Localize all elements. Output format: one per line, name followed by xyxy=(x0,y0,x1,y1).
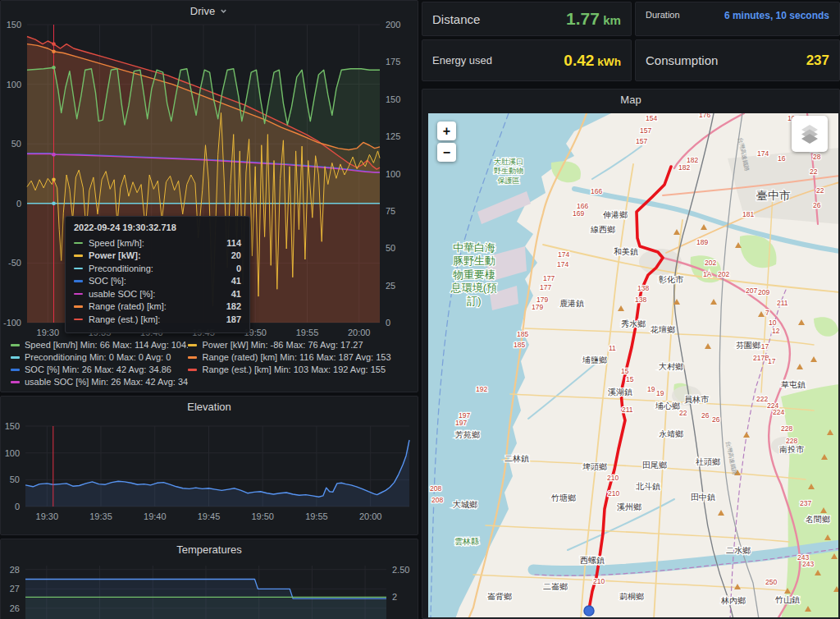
place-label: 西螺鎮 xyxy=(580,556,605,565)
panel-map-header[interactable]: Map xyxy=(422,89,839,109)
drive-chart[interactable]: -100-50050100150025507510012515017520019… xyxy=(1,1,418,392)
map-zoom-out-button[interactable]: − xyxy=(437,143,456,162)
cursor-point-speed xyxy=(52,66,56,70)
panel-map-title[interactable]: Map xyxy=(620,94,641,106)
panel-elevation-title[interactable]: Elevation xyxy=(187,401,231,413)
road-number-label: 177 xyxy=(540,283,551,291)
map-svg[interactable]: 1541571571761681821821741626282222261811… xyxy=(428,113,838,617)
road-number-label: 10 xyxy=(769,319,777,327)
road-number-label: 211 xyxy=(777,299,788,307)
road-number-label: 182 xyxy=(678,163,690,172)
legend-item[interactable]: Range (rated) [km] Min: 116 Max: 187 Avg… xyxy=(188,351,414,364)
road-number-label: 28 xyxy=(813,153,821,161)
stat-duration-value: 6 minutes, 10 seconds xyxy=(724,10,829,21)
legend-item[interactable]: Preconditioning Min: 0 Max: 0 Avg: 0 xyxy=(11,351,188,364)
road-number-label: 228 xyxy=(786,437,797,445)
place-label: 社頭鄉 xyxy=(696,457,720,466)
legend-item[interactable]: Power [kW] Min: -86 Max: 76 Avg: 17.27 xyxy=(188,339,414,351)
protected-area-label: 大肚溪口野生動物保護區 xyxy=(494,158,523,185)
road-number-label: 250 xyxy=(765,578,777,586)
svg-text:150: 150 xyxy=(5,421,20,431)
svg-text:26: 26 xyxy=(10,603,20,613)
place-label: 大城鄉 xyxy=(453,500,477,509)
place-label: 和美鎮 xyxy=(614,247,638,256)
tooltip-row: SOC [%]:41 xyxy=(74,275,241,288)
place-label: 二林鎮 xyxy=(504,454,529,463)
road-number-label: 16 xyxy=(778,154,786,163)
svg-text:50: 50 xyxy=(386,243,395,253)
panel-elevation-header[interactable]: Elevation xyxy=(1,397,418,416)
road-number-label: 207 xyxy=(746,287,757,295)
svg-text:19:45: 19:45 xyxy=(198,511,221,521)
place-label: 二水鄉 xyxy=(726,546,751,555)
drive-legend: Speed [km/h] Min: 66 Max: 114 Avg: 104.0… xyxy=(11,339,414,388)
svg-text:19:30: 19:30 xyxy=(37,328,60,337)
svg-text:-100: -100 xyxy=(3,318,21,328)
road-number-label: 1A xyxy=(703,270,712,278)
series-swatch xyxy=(74,242,83,245)
place-label: 莿桐鄉 xyxy=(619,592,644,601)
cursor-point-range-rated xyxy=(52,49,56,53)
svg-text:27: 27 xyxy=(10,584,20,594)
place-label: 田尾鄉 xyxy=(642,461,667,470)
svg-text:-50: -50 xyxy=(8,258,21,268)
cursor-point-power xyxy=(52,178,56,182)
map-canvas[interactable]: 1541571571761681821821741626282222261811… xyxy=(428,113,838,617)
road-number-label: 197 xyxy=(455,419,467,427)
road-number-label: 210 xyxy=(608,489,619,497)
place-label: 崙背鄉 xyxy=(487,592,512,601)
svg-text:175: 175 xyxy=(386,57,400,66)
panel-drive-title[interactable]: Drive xyxy=(190,5,215,17)
road-number-label: 26 xyxy=(712,415,720,424)
place-label: 芳苑鄉 xyxy=(454,430,480,439)
stat-consumption-value: 237 xyxy=(806,53,829,69)
elevation-chart[interactable]: 05010015019:3019:3519:4019:4519:5019:552… xyxy=(1,397,418,534)
stat-panel-distance: Distance 1.77 km xyxy=(422,2,632,36)
road-number-label: 138 xyxy=(637,284,649,292)
svg-text:28: 28 xyxy=(10,565,20,575)
place-label: 南投市 xyxy=(779,445,805,454)
legend-item[interactable]: Speed [km/h] Min: 66 Max: 114 Avg: 104.0… xyxy=(11,339,188,351)
map-zoom-in-button[interactable]: + xyxy=(437,122,456,140)
place-label: 伸港鄉 xyxy=(603,210,628,219)
road-number-label: 19 xyxy=(647,385,655,393)
svg-text:19:50: 19:50 xyxy=(251,511,274,521)
legend-item[interactable]: usable SOC [%] Min: 26 Max: 42 Avg: 34.7… xyxy=(11,376,188,388)
road-number-label: 138 xyxy=(635,296,646,304)
place-label: 埤頭鄉 xyxy=(582,462,607,471)
panel-temperatures: Temperatures 26272822.50 xyxy=(0,539,418,619)
legend-item[interactable]: Range (est.) [km] Min: 103 Max: 192 Avg:… xyxy=(188,364,414,376)
svg-text:0: 0 xyxy=(15,502,20,511)
legend-swatch xyxy=(11,344,20,346)
road-number-label: 11 xyxy=(609,344,616,352)
place-label: 彰化市 xyxy=(658,275,684,284)
tooltip-row: Speed [km/h]:114 xyxy=(74,236,241,250)
svg-text:150: 150 xyxy=(386,94,400,104)
map-layers-button[interactable] xyxy=(792,116,828,152)
stat-consumption-label: Consumption xyxy=(646,53,718,67)
road-number-label: 157 xyxy=(640,126,651,135)
road-number-label: 174 xyxy=(757,149,769,158)
layers-icon xyxy=(797,122,822,146)
legend-item[interactable]: SOC [%] Min: 26 Max: 42 Avg: 34.86 xyxy=(11,364,188,376)
road-number-label: 17 xyxy=(768,357,776,365)
place-label: 員林市 xyxy=(684,395,710,404)
road-number-label: 228 xyxy=(781,424,792,433)
road-number-label: 211 xyxy=(622,406,633,414)
road-number-label: 15 xyxy=(621,367,629,375)
road-number-label: 19 xyxy=(656,389,664,397)
panel-temperatures-title[interactable]: Temperatures xyxy=(176,543,241,556)
svg-text:20:00: 20:00 xyxy=(359,511,382,521)
legend-swatch xyxy=(188,356,197,359)
place-label: 線西鄉 xyxy=(590,225,615,234)
svg-text:20:00: 20:00 xyxy=(348,328,371,337)
road-number-label: 243 xyxy=(802,560,814,568)
svg-text:50: 50 xyxy=(11,139,21,149)
road-number-label: 26 xyxy=(701,411,710,420)
place-label: 花壇鄉 xyxy=(650,325,675,334)
road-number-label: 210 xyxy=(593,577,605,585)
stat-panel-energy-used: Energy used 0.42 kWh xyxy=(422,39,632,81)
panel-drive-header[interactable]: Drive xyxy=(1,1,418,21)
panel-temperatures-header[interactable]: Temperatures xyxy=(1,539,418,559)
cursor-point-preconditioning xyxy=(52,202,56,206)
